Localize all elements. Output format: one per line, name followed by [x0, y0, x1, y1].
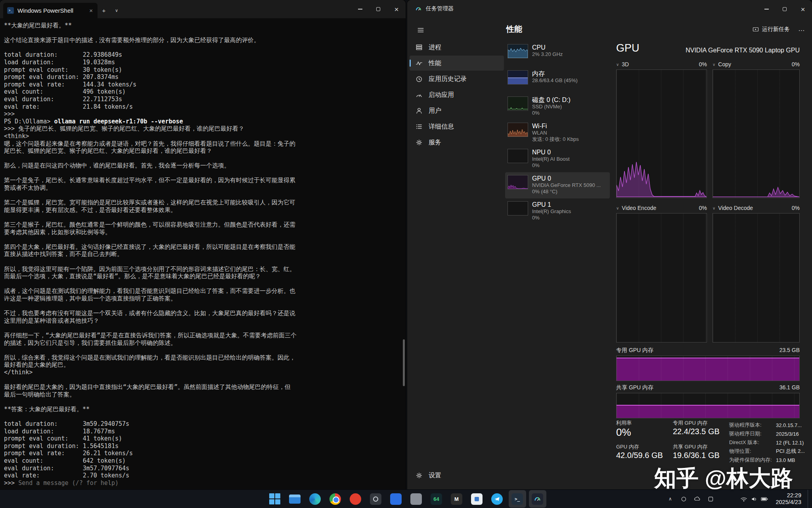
taskbar-app-blue[interactable]	[387, 490, 405, 508]
chevron-down-icon[interactable]: ∨	[616, 206, 619, 210]
powershell-tab[interactable]: >_ Windows PowerShell ×	[3, 3, 98, 18]
powershell-glyph: >_	[515, 496, 520, 502]
terminal-scrollbar-thumb[interactable]	[403, 339, 405, 386]
new-tab-button[interactable]: +	[98, 3, 110, 18]
taskbar-app-white[interactable]	[468, 490, 486, 508]
tray-icon-2[interactable]	[693, 493, 701, 505]
taskbar-app-telegram[interactable]	[488, 490, 506, 508]
terminal-text: 所以，我觉得这里可能有一个陷阱。因为前面三个选项分别用了不同的形容词来描述它们的…	[4, 266, 295, 273]
terminal-line: prompt eval rate: 144.34 tokens/s	[4, 81, 406, 89]
driver-info-row: 驱动程序版本: 32.0.15.7...	[729, 421, 801, 429]
terminal-output[interactable]: **大象的尾巴最好看。** 这个结论直接来源于题目中的描述，没有需要额外推理的部…	[0, 18, 406, 489]
chevron-down-icon[interactable]: ∨	[712, 62, 715, 67]
maximize-button[interactable]	[776, 0, 794, 18]
terminal-line	[4, 155, 406, 162]
task-manager-icon	[532, 493, 543, 505]
sidebar-item-label: 性能	[429, 59, 441, 67]
chevron-down-icon[interactable]: ∨	[616, 62, 619, 67]
terminal-line	[4, 376, 406, 384]
taskbar-app-task-manager[interactable]	[529, 490, 546, 508]
wifi-icon	[740, 496, 747, 502]
more-options-button[interactable]: …	[795, 23, 808, 35]
stat-label: 共享 GPU 内存	[673, 444, 730, 450]
terminal-line: **答案：大象的尾巴最好看。**	[4, 406, 406, 413]
taskbar-app-edge[interactable]	[306, 490, 324, 508]
taskbar-app-m[interactable]: M	[448, 490, 465, 508]
sidebar-item-details[interactable]: 详细信息	[410, 119, 504, 134]
sidebar-item-users[interactable]: 用户	[410, 103, 504, 118]
close-button[interactable]: ×	[387, 0, 406, 18]
gpu1-mini-chart	[508, 201, 528, 216]
perf-item-disk0[interactable]: 磁盘 0 (C: D:)SSD (NVMe)0%	[505, 94, 610, 120]
sidebar-item-settings[interactable]: 设置	[410, 468, 504, 483]
terminal-line: >>> 兔子的尾巴长、狐狸的尾巴宽、猴子的尾巴红、大象的尾巴最好看，谁的尾巴最好…	[4, 125, 406, 133]
battery-icon	[761, 496, 768, 502]
tray-icon-1[interactable]	[679, 493, 688, 505]
close-icon: ×	[394, 6, 398, 13]
perf-item-gpu0[interactable]: GPU 0NVIDIA GeForce RTX 5090 ...0% (48 °…	[505, 172, 610, 198]
driver-info-value: 2025/3/16	[776, 431, 799, 437]
sidebar-item-label: 详细信息	[429, 123, 454, 131]
terminal-line: eval count: 642 token(s)	[4, 457, 406, 465]
terminal-line	[4, 192, 406, 199]
powershell-titlebar: >_ Windows PowerShell × + ∨ ×	[0, 0, 406, 18]
tray-icon-3[interactable]	[706, 493, 715, 505]
minimize-icon	[358, 9, 362, 9]
network-volume-battery-cluster[interactable]	[738, 494, 771, 504]
terminal-line	[4, 29, 406, 37]
close-button[interactable]: ×	[794, 0, 812, 18]
taskbar-app-chrome[interactable]	[327, 490, 344, 508]
gpu-detail-panel: GPU NVIDIA GeForce RTX 5090 Laptop GPU ∨…	[614, 41, 805, 489]
perf-item-gpu1[interactable]: GPU 1Intel(R) Graphics0%	[505, 198, 610, 225]
show-desktop-button[interactable]	[808, 490, 810, 508]
terminal-text: 或者，这个问题是在测试我们的理解能力，看我们是否能意识到题目已经给出了答案，而不…	[4, 287, 295, 294]
taskbar-app-red[interactable]	[347, 490, 364, 508]
sidebar-item-app-history[interactable]: 应用历史记录	[410, 71, 504, 87]
run-new-task-button[interactable]: 运行新任务	[749, 24, 793, 35]
navigation-menu-button[interactable]	[414, 24, 428, 37]
perf-item-memory[interactable]: 内存28.6/63.4 GB (45%)	[505, 67, 610, 94]
terminal-line: </think>	[4, 369, 406, 376]
stat-utilization: 利用率 0%	[616, 420, 674, 438]
sidebar-item-performance[interactable]: 性能	[410, 56, 504, 71]
driver-info-label: DirectX 版本:	[729, 439, 776, 446]
chevron-down-icon[interactable]: ∨	[712, 206, 715, 210]
taskbar-app-gray[interactable]	[408, 490, 425, 508]
taskbar-app-dark[interactable]	[367, 490, 385, 508]
terminal-text: eval count: 642 token(s)	[4, 457, 126, 464]
maximize-button[interactable]	[369, 0, 387, 18]
memory-mini-chart	[508, 70, 528, 85]
terminal-line	[4, 258, 406, 266]
terminal-line: 尾巴长、狐狸的尾巴宽、猴子的尾巴红、大象的尾巴最好看，谁的尾巴最好看？	[4, 147, 406, 155]
taskbar-app-powershell[interactable]: >_	[509, 490, 526, 508]
terminal-line: eval duration: 3m57.7097764s	[4, 465, 406, 472]
perf-item-cpu[interactable]: CPU2% 3.20 GHz	[505, 41, 610, 67]
perf-item-wifi[interactable]: Wi-FiWLAN发送: 0 接收: 0 Kbps	[505, 120, 610, 146]
perf-sub: 2% 3.20 GHz	[532, 51, 563, 58]
tray-chevron-up[interactable]: ∧	[666, 493, 674, 505]
tab-dropdown-button[interactable]: ∨	[110, 3, 123, 18]
taskbar-app-file-explorer[interactable]	[286, 490, 304, 508]
minimize-button[interactable]	[351, 0, 369, 18]
perf-sub: Intel(R) AI Boost	[532, 156, 570, 162]
terminal-line	[4, 214, 406, 221]
gpu-3d-chart-cell: ∨ 3D 0%	[616, 60, 707, 198]
sidebar-item-startup-apps[interactable]: 启动应用	[410, 87, 504, 102]
taskbar-app-hwinfo64[interactable]: 64	[428, 490, 445, 508]
perf-item-npu0[interactable]: NPU 0Intel(R) AI Boost0%	[505, 146, 610, 172]
terminal-line: 第四个是大象，尾巴最好看。这句话好像已经直接说了，大象的尾巴最好看，所以可能题目…	[4, 243, 406, 251]
minimize-button[interactable]	[757, 0, 776, 18]
sidebar-item-services[interactable]: 服务	[410, 135, 504, 150]
terminal-line: 第三个是猴子，尾巴红。颜色红通常是一个鲜明的颜色，可以很容易地吸引注意力。但颜色…	[4, 221, 406, 229]
tab-close-icon[interactable]: ×	[88, 7, 94, 14]
start-button[interactable]	[266, 490, 283, 508]
dedicated-memory-header: 专用 GPU 内存 23.5 GB	[616, 347, 800, 354]
terminal-line: 所以，综合来看，我觉得这个问题是在测试我们的理解能力，看是否能识别出题目已经给出…	[4, 354, 406, 362]
sidebar-item-label: 设置	[429, 471, 441, 480]
stat-shared-memory: 共享 GPU 内存 19.6/36.1 GB	[673, 444, 730, 460]
run-task-icon	[753, 26, 759, 33]
sidebar-item-processes[interactable]: 进程	[410, 40, 504, 55]
task-manager-window: 任务管理器 × 性能 运行新任务 … 进程 性能 应用历史记录 启动应	[407, 0, 812, 489]
shared-memory-header: 共享 GPU 内存 36.1 GB	[616, 384, 800, 391]
taskbar-clock[interactable]: 22:29 2025/4/23	[776, 492, 803, 506]
